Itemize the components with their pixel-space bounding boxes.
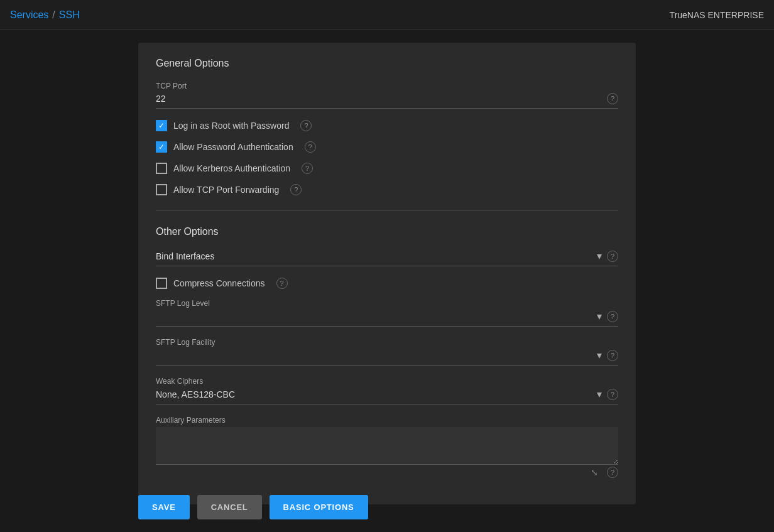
- breadcrumb-services[interactable]: Services: [10, 9, 48, 21]
- compress-connections-label: Compress Connections: [173, 278, 265, 288]
- allow-password-checkbox[interactable]: [156, 141, 167, 153]
- aux-params-label: Auxiliary Parameters: [156, 416, 618, 425]
- general-options-card: General Options TCP Port ? Log in as Roo…: [138, 43, 636, 504]
- weak-ciphers-dropdown-icon[interactable]: ▾: [597, 388, 602, 400]
- allow-password-label: Allow Password Authentication: [173, 142, 293, 152]
- allow-kerberos-label: Allow Kerberos Authentication: [173, 163, 290, 173]
- general-options-title: General Options: [156, 58, 618, 69]
- tcp-port-field: TCP Port ?: [156, 82, 618, 109]
- sftp-log-facility-dropdown-icon[interactable]: ▾: [597, 349, 602, 361]
- section-divider: [156, 210, 618, 211]
- breadcrumb: Services / SSH: [10, 9, 80, 21]
- main-content: General Options TCP Port ? Log in as Roo…: [0, 30, 774, 532]
- weak-ciphers-value: None, AES128-CBC: [156, 389, 594, 399]
- other-options-title: Other Options: [156, 226, 618, 237]
- app-title: TrueNAS ENTERPRISE: [670, 10, 764, 20]
- basic-options-button[interactable]: BASIC OPTIONS: [270, 495, 368, 519]
- sftp-log-facility-field: SFTP Log Facility ▾ ?: [156, 338, 618, 366]
- bind-interfaces-field: Bind Interfaces ▾ ?: [156, 250, 618, 266]
- sftp-log-level-field: SFTP Log Level ▾ ?: [156, 299, 618, 327]
- breadcrumb-ssh: SSH: [59, 9, 80, 21]
- topbar: Services / SSH TrueNAS ENTERPRISE: [0, 0, 774, 30]
- bind-interfaces-value: Bind Interfaces: [156, 251, 594, 261]
- sftp-log-level-help-icon[interactable]: ?: [607, 311, 618, 322]
- allow-tcp-forwarding-help-icon[interactable]: ?: [290, 184, 302, 195]
- aux-params-field: Auxiliary Parameters ⤡ ?: [156, 416, 618, 478]
- bind-interfaces-help-icon[interactable]: ?: [607, 251, 618, 262]
- aux-params-help-icon[interactable]: ?: [607, 467, 618, 478]
- allow-tcp-forwarding-label: Allow TCP Port Forwarding: [173, 185, 279, 195]
- compress-connections-help-icon[interactable]: ?: [276, 278, 288, 289]
- tcp-port-label: TCP Port: [156, 82, 618, 90]
- weak-ciphers-label: Weak Ciphers: [156, 377, 618, 386]
- resize-icon: ⤡: [591, 467, 598, 477]
- button-row: SAVE CANCEL BASIC OPTIONS: [0, 495, 368, 519]
- allow-password-help-icon[interactable]: ?: [305, 141, 316, 153]
- sftp-log-level-dropdown-icon[interactable]: ▾: [597, 310, 602, 322]
- weak-ciphers-help-icon[interactable]: ?: [607, 389, 618, 400]
- sftp-log-facility-label: SFTP Log Facility: [156, 338, 618, 347]
- allow-kerberos-checkbox[interactable]: [156, 163, 167, 174]
- allow-password-row: Allow Password Authentication ?: [156, 141, 618, 153]
- allow-kerberos-help-icon[interactable]: ?: [302, 163, 313, 174]
- compress-connections-checkbox[interactable]: [156, 278, 167, 289]
- save-button[interactable]: SAVE: [138, 495, 190, 519]
- allow-tcp-forwarding-row: Allow TCP Port Forwarding ?: [156, 184, 618, 195]
- aux-params-textarea[interactable]: [156, 427, 618, 465]
- sftp-log-facility-help-icon[interactable]: ?: [607, 350, 618, 361]
- tcp-port-input[interactable]: [156, 94, 602, 104]
- login-root-checkbox[interactable]: [156, 120, 167, 131]
- sftp-log-level-label: SFTP Log Level: [156, 299, 618, 308]
- bind-interfaces-dropdown-icon[interactable]: ▾: [597, 250, 602, 262]
- allow-kerberos-row: Allow Kerberos Authentication ?: [156, 163, 618, 174]
- compress-connections-row: Compress Connections ?: [156, 278, 618, 289]
- weak-ciphers-field: Weak Ciphers None, AES128-CBC ▾ ?: [156, 377, 618, 404]
- login-root-label: Log in as Root with Password: [173, 121, 289, 131]
- breadcrumb-separator: /: [52, 9, 55, 21]
- tcp-port-help-icon[interactable]: ?: [607, 93, 618, 104]
- allow-tcp-forwarding-checkbox[interactable]: [156, 184, 167, 195]
- login-root-help-icon[interactable]: ?: [300, 120, 312, 131]
- cancel-button[interactable]: CANCEL: [197, 495, 262, 519]
- login-root-row: Log in as Root with Password ?: [156, 120, 618, 131]
